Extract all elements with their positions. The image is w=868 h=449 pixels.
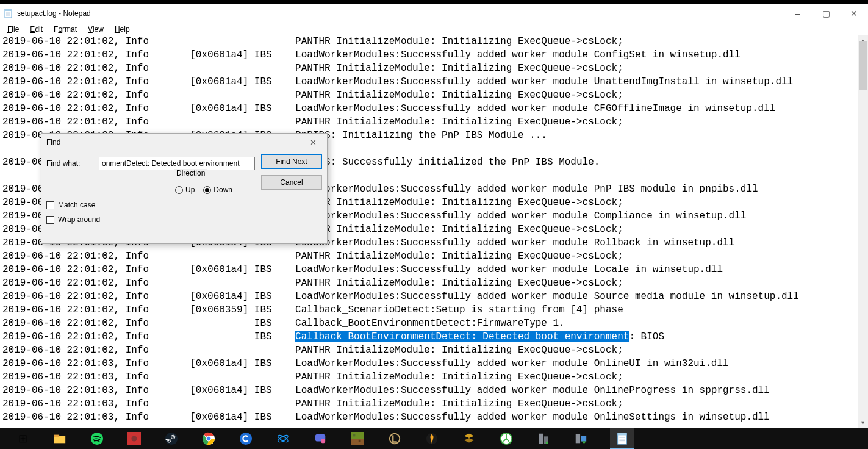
log-line: 2019-06-10 22:01:03, Info [0x0601a4] IBS… — [2, 411, 868, 424]
svg-point-17 — [240, 432, 252, 444]
scroll-thumb[interactable] — [859, 41, 867, 90]
messenger-icon[interactable] — [312, 431, 328, 447]
log-line: 2019-06-10 22:01:02, Info IBS Callback_B… — [2, 330, 868, 343]
direction-legend: Direction — [174, 169, 207, 178]
find-dialog-title: Find — [46, 138, 304, 146]
battlenet-icon[interactable] — [275, 431, 291, 447]
svg-rect-31 — [539, 433, 543, 444]
app-blue-c-icon[interactable] — [238, 431, 254, 447]
direction-down-label: Down — [213, 185, 232, 194]
svg-rect-1 — [5, 9, 12, 11]
task-view-icon[interactable]: ⊞ — [15, 431, 30, 447]
app-stack-icon[interactable] — [461, 431, 477, 447]
app-green-circle-icon[interactable] — [498, 431, 514, 447]
taskbar[interactable]: ⊞ — [0, 428, 868, 449]
server2-icon[interactable] — [573, 431, 589, 447]
log-line: 2019-06-10 22:01:03, Info [0x0601a4] IBS… — [2, 357, 868, 370]
league-icon[interactable] — [387, 431, 403, 447]
notepad-app-icon — [4, 9, 13, 18]
log-line: 2019-06-10 22:01:02, Info [0x0601a4] IBS… — [2, 102, 868, 115]
notepad-icon[interactable] — [610, 428, 634, 449]
server-icon[interactable] — [536, 431, 551, 447]
svg-point-22 — [321, 439, 325, 443]
find-dialog-close-icon[interactable]: ✕ — [304, 134, 322, 151]
log-line: 2019-06-10 22:01:02, Info PANTHR Initial… — [2, 115, 868, 129]
direction-group: Direction Up Down — [170, 174, 251, 209]
wrap-around-label: Wrap around — [58, 215, 100, 224]
log-line: 2019-06-10 22:01:03, Info PANTHR Initial… — [2, 370, 868, 384]
find-dialog-titlebar[interactable]: Find ✕ — [41, 134, 327, 151]
log-line: 2019-06-10 22:01:02, Info PANTHR Initial… — [2, 35, 868, 48]
log-line: 2019-06-10 22:01:02, Info IBS Callback_B… — [2, 317, 868, 330]
log-line: 2019-06-10 22:01:02, Info PANTHR Initial… — [2, 250, 868, 263]
menu-item-Format[interactable]: Format — [49, 24, 82, 35]
log-line: 2019-06-10 22:01:02, Info [0x060359] IBS… — [2, 303, 868, 317]
close-button[interactable]: ✕ — [840, 4, 868, 23]
log-line: 2019-06-10 22:01:02, Info [0x0601a4] IBS… — [2, 290, 868, 303]
find-next-button[interactable]: Find Next — [261, 154, 322, 169]
log-line: 2019-06-10 22:01:02, Info [0x0601a4] IBS… — [2, 263, 868, 276]
log-line: 2019-06-10 22:01:02, Info PANTHR Initial… — [2, 276, 868, 290]
menu-item-Help[interactable]: Help — [110, 24, 135, 35]
spotify-icon[interactable] — [89, 431, 105, 447]
wrap-around-checkbox[interactable]: Wrap around — [46, 215, 322, 224]
svg-rect-6 — [54, 434, 59, 437]
find-what-label: Find what: — [46, 159, 95, 168]
svg-rect-24 — [351, 439, 364, 445]
chrome-icon[interactable] — [201, 431, 217, 447]
app-orange-icon[interactable] — [424, 431, 440, 447]
svg-point-33 — [546, 441, 548, 444]
svg-rect-34 — [576, 434, 580, 443]
svg-rect-35 — [581, 436, 586, 441]
log-line: 2019-06-10 22:01:02, Info PANTHR Initial… — [2, 62, 868, 75]
svg-rect-25 — [353, 434, 356, 436]
steam-icon[interactable] — [163, 431, 179, 447]
direction-up-label: Up — [185, 185, 195, 194]
cancel-button[interactable]: Cancel — [261, 175, 322, 190]
find-dialog[interactable]: Find ✕ Find what: Find Next Cancel Direc… — [41, 133, 328, 244]
menu-item-View[interactable]: View — [83, 24, 109, 35]
log-line: 2019-06-10 22:01:03, Info PANTHR Initial… — [2, 397, 868, 411]
scroll-down-icon[interactable]: ▼ — [858, 417, 868, 428]
log-line: 2019-06-10 22:01:03, Info [0x0601a4] IBS… — [2, 384, 868, 397]
log-line: 2019-06-10 22:01:02, Info PANTHR Initial… — [2, 343, 868, 357]
minecraft-icon[interactable] — [350, 431, 365, 447]
log-line: 2019-06-10 22:01:02, Info PANTHR Initial… — [2, 88, 868, 102]
find-what-input[interactable] — [99, 157, 255, 170]
direction-down-radio[interactable]: Down — [203, 185, 232, 194]
svg-rect-23 — [351, 432, 364, 439]
menu-item-File[interactable]: File — [2, 24, 24, 35]
svg-rect-26 — [359, 439, 361, 442]
svg-point-10 — [165, 432, 178, 444]
menubar: FileEditFormatViewHelp — [0, 23, 868, 35]
svg-rect-37 — [618, 433, 627, 435]
log-line: 2019-06-10 22:01:02, Info [0x0601a4] IBS… — [2, 48, 868, 62]
svg-point-12 — [172, 436, 174, 437]
match-case-label: Match case — [58, 201, 95, 209]
vertical-scrollbar[interactable]: ▲ ▼ — [858, 35, 868, 428]
minimize-button[interactable]: – — [784, 4, 812, 23]
window-title: setupact.log - Notepad — [17, 9, 91, 18]
menu-item-Edit[interactable]: Edit — [25, 24, 48, 35]
app-red-icon[interactable] — [126, 431, 142, 447]
direction-up-radio[interactable]: Up — [175, 185, 195, 194]
file-explorer-icon[interactable] — [52, 431, 68, 447]
titlebar[interactable]: setupact.log - Notepad – ▢ ✕ — [0, 4, 868, 23]
selected-text: Callback_BootEnvironmentDetect: Detected… — [295, 331, 629, 342]
maximize-button[interactable]: ▢ — [812, 4, 840, 23]
svg-point-9 — [131, 436, 137, 441]
log-line: 2019-06-10 22:01:02, Info [0x0601a4] IBS… — [2, 75, 868, 88]
